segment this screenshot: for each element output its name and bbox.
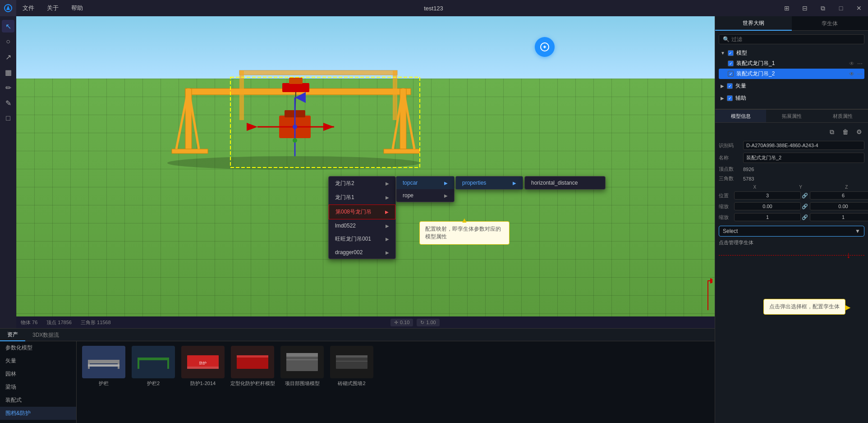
tool-view[interactable]: □ [2, 112, 14, 125]
prop-name-value[interactable]: 装配式龙门吊_2 [743, 153, 864, 163]
sm3-item-hdist[interactable]: horizontal_distance [525, 177, 605, 189]
cm-item-lmd[interactable]: lmd0522 ▶ [329, 219, 395, 232]
cm-item-wang[interactable]: 旺旺龙门吊001 ▶ [329, 232, 395, 246]
checkbox-crane2[interactable] [728, 71, 734, 77]
cm-item-008[interactable]: 第008号龙门吊 ▶ [329, 205, 395, 219]
select-dropdown-btn[interactable]: Select ▼ [719, 226, 864, 237]
cat-temp[interactable]: 临建 [0, 420, 76, 423]
scale-y1-input[interactable] [810, 202, 868, 210]
list-item[interactable]: 护栏 [81, 346, 126, 387]
pos-y-group: 🔗 [810, 191, 868, 200]
tab-3dx[interactable]: 3DX数据流 [25, 329, 66, 341]
tool-draw[interactable]: ✏ [2, 81, 14, 94]
move-step[interactable]: ✛ 0.10 [390, 319, 413, 326]
checkbox-crane1[interactable] [728, 60, 734, 66]
outline-item-crane2[interactable]: 装配式龙门吊_2 👁 ⋯ [719, 69, 864, 79]
manage-twin-label[interactable]: 点击管理孪生体 [719, 239, 864, 246]
outline-section: 🔍 ▼ 模型 装配式龙门吊_1 👁 ⋯ 装配式龙门吊_2 👁 ⋯ [715, 31, 868, 109]
outline-group-helper-header[interactable]: ▶ 辅助 [719, 93, 864, 103]
tool-select[interactable]: ↖ [2, 20, 14, 33]
list-item[interactable]: 防护 防护1-2014 [180, 346, 225, 387]
cm-item-dragger[interactable]: dragger002 ▶ [329, 246, 395, 259]
viewport-3d[interactable] [16, 16, 715, 328]
tool-edit[interactable]: ✎ [2, 97, 14, 109]
win-btn-grid[interactable]: ⊞ [778, 0, 796, 16]
outline-group-model-header[interactable]: ▼ 模型 [719, 48, 864, 58]
visibility-crane1[interactable]: 👁 [849, 60, 854, 67]
cat-vector[interactable]: 矢量 [0, 354, 76, 367]
cm-item-crane1[interactable]: 龙门吊1 ▶ [329, 191, 395, 205]
tab-twin-body[interactable]: 孪生体 [792, 16, 868, 31]
checkbox-model[interactable] [728, 50, 734, 56]
scale-x2-link[interactable]: 🔗 [802, 214, 808, 220]
svg-marker-1 [6, 5, 10, 10]
settings-button[interactable]: ⚙ [854, 126, 864, 137]
position-label: 位置 [719, 192, 732, 199]
blue-circle-button[interactable] [535, 37, 555, 57]
outline-group-vector-header[interactable]: ▶ 矢量 [719, 81, 864, 91]
list-item[interactable]: 砖砌式围墙2 [329, 346, 374, 387]
menu-file[interactable]: 文件 [16, 0, 41, 16]
prop-vertices-row: 顶点数 8926 [719, 166, 864, 172]
tab-extend-props[interactable]: 拓展属性 [766, 110, 817, 122]
scale-x2-input[interactable] [734, 213, 801, 221]
status-bar: 物体 76 顶点 17856 三角形 11568 ✛ 0.10 ↻ 1.00 [16, 316, 715, 328]
list-item[interactable]: 护栏2 [131, 346, 176, 387]
sm2-item-props[interactable]: properties ▶ [456, 177, 523, 189]
svg-rect-32 [138, 358, 169, 360]
pos-x-input[interactable] [734, 191, 801, 200]
tool-rotate[interactable]: ○ [2, 35, 14, 48]
svg-rect-36 [187, 367, 219, 369]
sm1-item-topcar[interactable]: topcar ▶ [396, 177, 454, 189]
group-label-helper: 辅助 [735, 94, 746, 102]
sm2-arrow-props: ▶ [513, 181, 516, 186]
tab-assets[interactable]: 资产 [0, 329, 25, 341]
delete-button[interactable]: 🗑 [840, 126, 851, 137]
win-btn-maximize[interactable]: □ [832, 0, 850, 16]
sm1-item-rope[interactable]: rope ▶ [396, 189, 454, 202]
cat-garden[interactable]: 园林 [0, 367, 76, 381]
scale-y2-input[interactable] [810, 213, 868, 221]
sm1-label-topcar: topcar [403, 180, 418, 186]
pos-x-link[interactable]: 🔗 [802, 193, 808, 199]
more-icon-crane1[interactable]: ⋯ [857, 60, 863, 67]
asset-label-6: 砖砌式围墙2 [338, 380, 365, 387]
prop-name-label: 名称 [719, 154, 741, 161]
scale-x2-group: 🔗 [734, 213, 808, 221]
win-btn-share[interactable]: ⧉ [814, 0, 832, 16]
asset-label-4: 定型化防护栏杆模型 [230, 380, 275, 387]
tool-move[interactable]: ↗ [2, 51, 14, 63]
checkbox-vector[interactable] [727, 83, 733, 89]
scale-x1-input[interactable] [734, 202, 801, 210]
checkbox-helper[interactable] [727, 95, 733, 101]
cm-arrow-crane2: ▶ [386, 181, 389, 186]
list-item[interactable]: 项目部围墙模型 [280, 346, 325, 387]
cm-item-crane2[interactable]: 龙门吊2 ▶ [329, 177, 395, 191]
pos-y-input[interactable] [810, 191, 868, 200]
tab-model-info[interactable]: 模型信息 [715, 110, 766, 122]
filter-input[interactable] [731, 36, 860, 42]
expand-icon-model: ▼ [721, 51, 725, 56]
prop-tris-label: 三角数 [719, 175, 741, 182]
tool-grid[interactable]: ▦ [2, 66, 14, 79]
list-item[interactable]: 定型化防护栏杆模型 [230, 346, 275, 387]
cat-beam[interactable]: 梁场 [0, 381, 76, 394]
asset-thumb-5 [280, 346, 324, 378]
rotate-step[interactable]: ↻ 1.00 [417, 319, 439, 326]
menu-about[interactable]: 关于 [41, 0, 65, 16]
cat-prefab[interactable]: 装配式 [0, 394, 76, 407]
tab-material-props[interactable]: 材质属性 [817, 110, 868, 122]
window-controls: ⊞ ⊟ ⧉ □ ✕ [778, 0, 868, 16]
visibility-crane2[interactable]: 👁 [849, 71, 854, 77]
tab-world-outline[interactable]: 世界大纲 [715, 16, 792, 31]
scale-x1-link[interactable]: 🔗 [802, 204, 808, 209]
win-btn-close[interactable]: ✕ [850, 0, 868, 16]
cat-parametric[interactable]: 参数化模型 [0, 341, 76, 354]
more-icon-crane2[interactable]: ⋯ [857, 71, 863, 77]
win-btn-link[interactable]: ⊟ [796, 0, 814, 16]
outline-item-crane1[interactable]: 装配式龙门吊_1 👁 ⋯ [719, 58, 864, 69]
titlebar: 文件 关于 帮助 test123 ⊞ ⊟ ⧉ □ ✕ [0, 0, 868, 16]
menu-help[interactable]: 帮助 [65, 0, 89, 16]
cat-barrier[interactable]: 围档&防护 [0, 407, 76, 420]
copy-button[interactable]: ⧉ [827, 126, 837, 137]
